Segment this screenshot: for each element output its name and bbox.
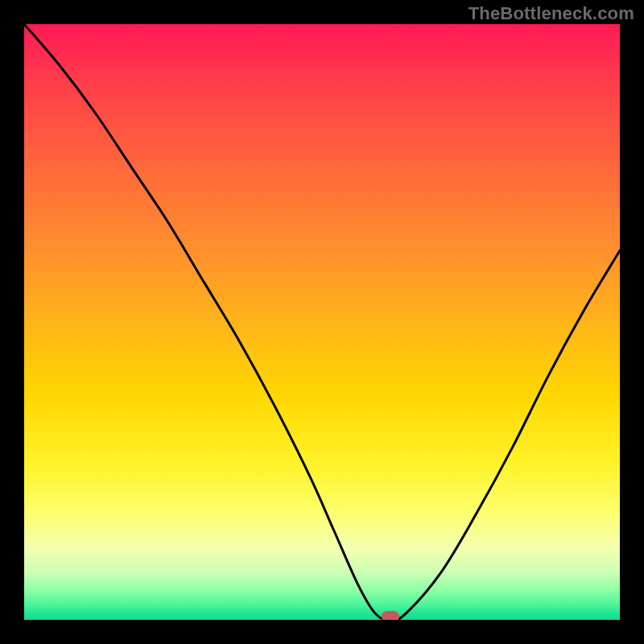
watermark-text: TheBottleneck.com	[469, 3, 634, 24]
bottleneck-curve-path	[24, 24, 620, 620]
minimum-marker	[382, 611, 399, 620]
plot-area	[24, 24, 620, 620]
chart-frame: TheBottleneck.com	[0, 0, 644, 644]
curve-svg	[24, 24, 620, 620]
